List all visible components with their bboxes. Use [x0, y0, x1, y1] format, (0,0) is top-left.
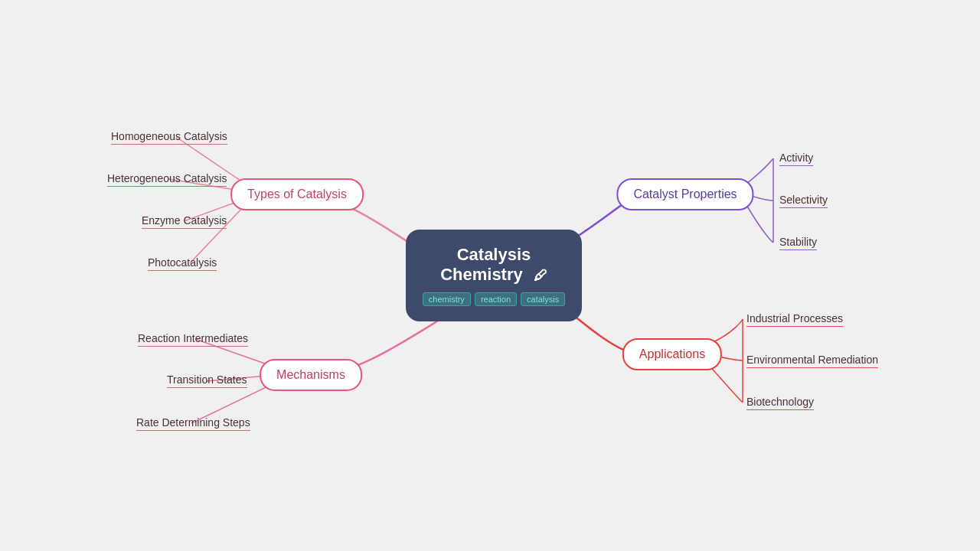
heterogeneous-catalysis-text: Heterogeneous Catalysis — [107, 172, 227, 187]
types-of-catalysis-node[interactable]: Types of Catalysis — [230, 178, 364, 210]
pencil-icon: 🖊 — [534, 268, 547, 284]
catalyst-properties-label: Catalyst Properties — [633, 187, 737, 201]
stability-text: Stability — [779, 236, 817, 250]
industrial-processes-text: Industrial Processes — [746, 312, 843, 327]
selectivity-text: Selectivity — [779, 194, 828, 208]
biotechnology-text: Biotechnology — [746, 396, 814, 410]
mechanisms-label: Mechanisms — [276, 368, 345, 381]
enzyme-catalysis-text: Enzyme Catalysis — [142, 214, 227, 229]
transition-states-text: Transition States — [167, 373, 247, 388]
activity-text: Activity — [779, 152, 813, 166]
homogeneous-catalysis-text: Homogeneous Catalysis — [111, 130, 227, 145]
reaction-intermediates-text: Reaction Intermediates — [138, 332, 248, 347]
tag-catalysis: catalysis — [521, 292, 565, 306]
applications-label: Applications — [639, 347, 705, 360]
types-of-catalysis-label: Types of Catalysis — [247, 187, 347, 201]
tag-reaction: reaction — [475, 292, 517, 306]
environmental-remediation-text: Environmental Remediation — [746, 354, 878, 368]
photocatalysis-text: Photocatalysis — [148, 256, 217, 271]
rate-determining-steps-text: Rate Determining Steps — [136, 416, 250, 431]
applications-node[interactable]: Applications — [622, 338, 722, 370]
tags-container: chemistry reaction catalysis — [427, 292, 560, 306]
tag-chemistry: chemistry — [423, 292, 471, 306]
catalyst-properties-node[interactable]: Catalyst Properties — [616, 178, 753, 210]
center-node: Catalysis Chemistry 🖊 chemistry reaction… — [406, 230, 582, 321]
mechanisms-node[interactable]: Mechanisms — [260, 359, 362, 391]
center-title: Catalysis Chemistry 🖊 — [427, 245, 560, 285]
